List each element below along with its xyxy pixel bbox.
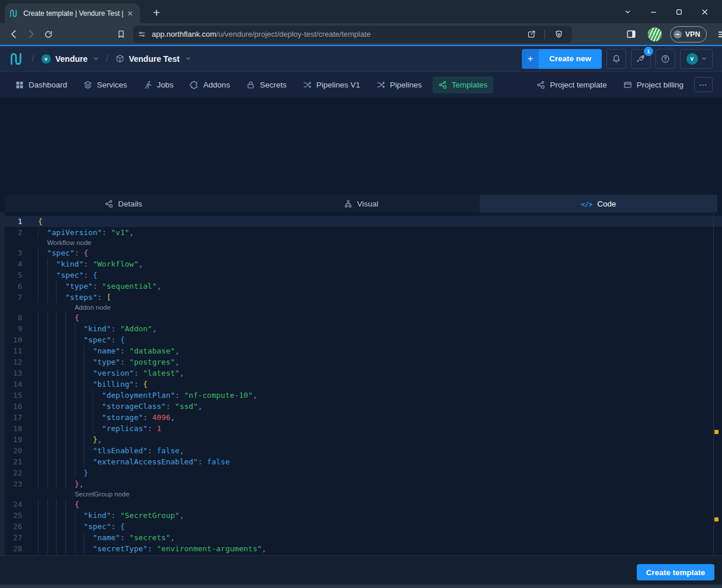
code-line[interactable]: 5 "spec": { <box>0 270 722 281</box>
window-maximize-icon[interactable] <box>666 0 692 23</box>
nav-item-project-template[interactable]: Project template <box>531 76 613 93</box>
code-line[interactable]: 1{ <box>0 216 722 227</box>
avatar: v <box>686 53 698 65</box>
code-line[interactable]: 2 "apiVersion": "v1", <box>0 227 722 238</box>
code-line[interactable]: 21 "externalAccessEnabled": false <box>0 456 722 467</box>
code-line[interactable]: 27 "name": "secrets", <box>0 532 722 543</box>
notification-count-badge: 1 <box>643 46 654 57</box>
codelens-annotation: Workflow node <box>0 238 722 247</box>
nav-item-project-billing[interactable]: Project billing <box>618 76 689 93</box>
code-line[interactable]: 23 }, <box>0 478 722 489</box>
code-line[interactable]: 10 "spec": { <box>0 334 722 345</box>
tab-label: Code <box>597 200 616 208</box>
code-line[interactable]: 18 "replicas": 1 <box>0 423 722 434</box>
org-badge: v <box>41 54 51 64</box>
help-button[interactable] <box>655 49 675 69</box>
code-line[interactable]: 19 }, <box>0 434 722 445</box>
code-line[interactable]: 6 "type": "sequential", <box>0 281 722 292</box>
dashboard-icon <box>15 80 24 89</box>
services-icon <box>83 80 92 89</box>
code-line[interactable]: 28 "secretType": "environment-arguments"… <box>0 543 722 554</box>
forward-icon[interactable] <box>22 26 40 43</box>
chevron-down-icon <box>702 56 707 61</box>
code-line[interactable]: 7 "steps": [ <box>0 292 722 303</box>
tab-search-icon[interactable] <box>615 0 640 23</box>
templates-icon <box>104 200 113 208</box>
nav-item-label: Templates <box>452 80 488 89</box>
whats-new-button[interactable]: 1 <box>631 49 651 69</box>
jobs-icon <box>144 80 152 89</box>
addons-icon <box>190 80 198 89</box>
brave-shields-icon[interactable] <box>550 26 567 43</box>
code-line[interactable]: 26 "spec": { <box>0 521 722 532</box>
code-line[interactable]: 15 "deploymentPlan": "nf-compute-10", <box>0 390 722 401</box>
extension-icon[interactable] <box>648 27 662 41</box>
nav-item-secrets[interactable]: Secrets <box>240 76 292 93</box>
user-menu-button[interactable]: v <box>680 49 713 69</box>
nav-item-dashboard[interactable]: Dashboard <box>9 76 73 93</box>
code-line[interactable]: 20 "tlsEnabled": false, <box>0 445 722 456</box>
nav-item-services[interactable]: Services <box>78 76 133 93</box>
tab-details[interactable]: Details <box>5 195 242 212</box>
browser-menu-icon[interactable] <box>714 26 722 43</box>
back-icon[interactable] <box>5 26 22 43</box>
bookmark-icon[interactable] <box>112 26 130 43</box>
window-close-icon[interactable] <box>692 0 717 23</box>
code-line[interactable]: 24 { <box>0 499 722 510</box>
create-template-button[interactable]: Create template <box>637 564 714 580</box>
nav-item-jobs[interactable]: Jobs <box>138 76 180 93</box>
northflank-logo-icon[interactable] <box>9 51 25 66</box>
browser-tab-active[interactable]: Create template | Vendure Test | <box>5 4 140 23</box>
form-tabs: DetailsVisual</>Code <box>5 195 717 212</box>
code-line[interactable]: 14 "billing": { <box>0 379 722 390</box>
code-line[interactable]: 11 "name": "database", <box>0 345 722 356</box>
tab-visual[interactable]: Visual <box>242 195 480 212</box>
tab-label: Details <box>118 200 142 208</box>
code-editor[interactable]: 1{2 "apiVersion": "v1",Workflow node3 "s… <box>0 212 722 555</box>
pipelines-icon <box>376 80 385 89</box>
url-bar[interactable]: app.northflank.com/u/vendure/project/dep… <box>133 26 572 43</box>
browser-tab-title: Create template | Vendure Test | <box>23 9 125 18</box>
site-settings-icon[interactable] <box>138 30 146 38</box>
tab-code[interactable]: </>Code <box>480 195 717 212</box>
code-line[interactable]: 12 "type": "postgres", <box>0 356 722 368</box>
nav-item-pipelines[interactable]: Pipelines <box>371 76 428 93</box>
nav-more-button[interactable]: ⋯ <box>694 77 713 92</box>
codelens-annotation: SecretGroup node <box>0 489 722 499</box>
new-tab-button[interactable]: + <box>148 5 165 21</box>
nav-item-templates[interactable]: Templates <box>432 76 494 93</box>
code-line[interactable]: 3 "spec": { <box>0 247 722 258</box>
nav-item-pipelines-v1[interactable]: Pipelines V1 <box>297 76 366 93</box>
code-line[interactable]: 8 { <box>0 312 722 323</box>
url-text[interactable]: app.northflank.com/u/vendure/project/dep… <box>152 30 522 38</box>
plus-icon[interactable]: + <box>522 49 539 69</box>
nav-item-addons[interactable]: Addons <box>184 76 236 93</box>
create-new-label: Create new <box>539 49 602 69</box>
app-header: / v Vendure / Vendure Test + Create new … <box>0 46 722 71</box>
create-new-section: Create new Resource will be created in “… <box>0 97 722 195</box>
nav-item-label: Pipelines V1 <box>316 80 360 89</box>
code-line[interactable]: 4 "kind": "Workflow", <box>0 258 722 270</box>
window-minimize-icon[interactable] <box>640 0 666 23</box>
breadcrumb-project[interactable]: Vendure Test <box>116 54 191 64</box>
notifications-button[interactable] <box>606 49 626 69</box>
project-name: Vendure Test <box>129 54 180 64</box>
vpn-button[interactable]: VPN <box>670 26 707 43</box>
editor-left-strip <box>0 212 5 555</box>
code-line[interactable]: 9 "kind": "Addon", <box>0 323 722 334</box>
breadcrumb-org[interactable]: v Vendure <box>41 54 99 64</box>
reload-icon[interactable] <box>40 26 57 43</box>
code-line[interactable]: 16 "storageClass": "ssd", <box>0 401 722 412</box>
code-line[interactable]: 17 "storage": 4096, <box>0 412 722 423</box>
nav-item-label: Project billing <box>637 80 683 89</box>
code-lines: 1{2 "apiVersion": "v1",Workflow node3 "s… <box>0 212 722 554</box>
code-line[interactable]: 22 } <box>0 467 722 478</box>
share-icon[interactable] <box>522 26 540 43</box>
tab-close-icon[interactable] <box>125 8 135 19</box>
code-line[interactable]: 25 "kind": "SecretGroup", <box>0 510 722 521</box>
code-line[interactable]: 13 "version": "latest", <box>0 368 722 379</box>
templates-icon <box>536 80 545 89</box>
bell-icon <box>612 54 621 64</box>
create-new-button[interactable]: + Create new <box>522 49 602 69</box>
sidebar-toggle-icon[interactable] <box>622 26 640 43</box>
